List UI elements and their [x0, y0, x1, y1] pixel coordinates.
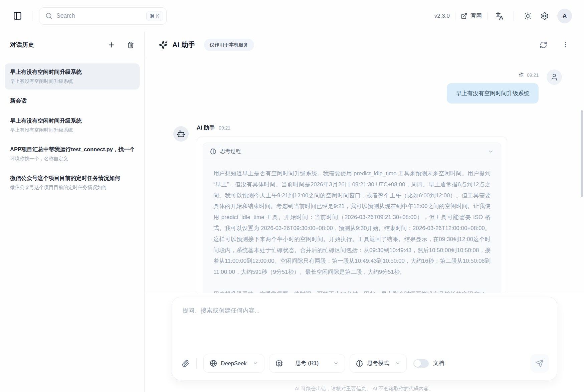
model-select[interactable]: DeepSeek — [203, 354, 264, 373]
chat-title: AI 助手 — [172, 40, 195, 49]
composer-toolbar: DeepSeek 思考 (R1) — [172, 354, 557, 380]
cpu-icon — [275, 360, 283, 367]
topbar-separator — [514, 11, 514, 21]
chat-messages[interactable]: 你 09:21 早上有没有空闲时间升级系统 — [145, 58, 584, 293]
thinking-panel-header[interactable]: 思考过程 — [203, 143, 501, 160]
chevron-down-icon — [253, 361, 258, 366]
conversation-title: 微信公众号这个项目目前的定时任务情况如何 — [10, 175, 134, 182]
conversation-item[interactable]: 新会话 — [5, 92, 140, 110]
theme-button[interactable] — [521, 9, 535, 23]
command-icon — [150, 14, 155, 18]
sidebar: 对话历史 早上有没有空闲时间升级系统 — [0, 32, 145, 392]
new-chat-button[interactable] — [108, 41, 115, 49]
delete-history-button[interactable] — [127, 41, 134, 48]
globe-icon — [210, 360, 217, 367]
composer-card: DeepSeek 思考 (R1) — [172, 297, 557, 380]
translate-icon — [496, 12, 504, 20]
conversation-subtitle: 微信公众号这个项目目前的定时任务情况如何 — [10, 184, 134, 191]
conversation-title: 新会话 — [10, 97, 134, 105]
chevron-down-icon — [488, 149, 494, 155]
scrollbar[interactable] — [581, 110, 583, 197]
ai-disclaimer: AI 可能会出错，请核对重要信息。 AI 不会读取你的代码内容。 — [145, 386, 584, 392]
main-panel: AI 助手 仅作用于本机服务 — [145, 32, 584, 392]
user-message-avatar — [547, 69, 562, 85]
sidebar-actions — [108, 41, 134, 49]
user-message-bubble: 早上有没有空闲时间升级系统 — [447, 83, 539, 104]
send-button[interactable] — [530, 354, 549, 373]
conversation-subtitle: 早上有没有空闲时间升级系统 — [10, 78, 134, 84]
topbar-separator — [487, 12, 488, 20]
model-select-value: DeepSeek — [221, 360, 247, 367]
attach-button[interactable] — [182, 360, 190, 367]
kebab-menu-icon — [562, 41, 569, 49]
topbar-right: v2.3.0 官网 — [434, 9, 572, 23]
assistant-message-meta: AI 助手 09:21 — [197, 124, 507, 132]
local-service-badge: 仅作用于本机服务 — [204, 39, 254, 51]
search-icon — [45, 12, 52, 19]
conversation-item[interactable]: APP项目汇总中帮我运行test_connect.py，找一个 环境你挑一个，名… — [5, 141, 140, 167]
plus-icon — [108, 41, 115, 49]
chat-header: AI 助手 仅作用于本机服务 — [145, 32, 584, 58]
assistant-message-column: AI 助手 09:21 思考过程 — [197, 124, 507, 293]
message-time: 09:21 — [527, 72, 539, 78]
toolbar-divider — [196, 358, 197, 368]
robot-icon — [177, 130, 185, 138]
topbar-separator — [455, 12, 455, 20]
more-options-button[interactable] — [562, 41, 569, 49]
conversation-item[interactable]: 微信公众号这个项目目前的定时任务情况如何 微信公众号这个项目目前的定时任务情况如… — [5, 170, 140, 196]
refresh-icon — [540, 41, 547, 49]
brain-icon — [356, 360, 363, 367]
doc-toggle-label: 文档 — [433, 360, 444, 367]
refresh-button[interactable] — [540, 41, 547, 49]
thinking-panel: 思考过程 用户想知道早上是否有空闲时间升级系统。我需要使用 predict_id… — [203, 143, 501, 293]
brain-icon — [210, 148, 216, 155]
conversation-subtitle: 环境你挑一个，名称自定义 — [10, 156, 134, 162]
assistant-message-row: AI 助手 09:21 思考过程 — [173, 124, 562, 293]
person-icon — [550, 73, 558, 81]
sidebar-toggle-button[interactable] — [9, 8, 25, 24]
composer-region: DeepSeek 思考 (R1) — [145, 293, 584, 392]
chat-title-group: AI 助手 仅作用于本机服务 — [159, 39, 254, 51]
search-placeholder: Search — [56, 12, 146, 19]
content: 对话历史 早上有没有空闲时间升级系统 — [0, 32, 584, 392]
thinking-mode-select[interactable]: 思考模式 — [350, 354, 407, 373]
settings-button[interactable] — [538, 9, 551, 23]
assistant-message-card: 思考过程 用户想知道早上是否有空闲时间升级系统。我需要使用 predict_id… — [197, 137, 507, 293]
gear-icon — [541, 12, 549, 20]
send-icon — [535, 359, 544, 368]
user-avatar[interactable]: A — [557, 9, 572, 23]
toggle-knob — [414, 360, 421, 367]
official-site-link[interactable]: 官网 — [461, 12, 482, 20]
version-label: v2.3.0 — [434, 13, 450, 19]
thinking-paragraph: 用户想知道早上是否有空闲时间升级系统。我需要使用 predict_idle_ti… — [213, 168, 491, 278]
chevron-down-icon — [395, 361, 400, 366]
user-message-column: 你 09:21 早上有没有空闲时间升级系统 — [447, 69, 539, 104]
search-shortcut-badge: K — [146, 11, 163, 21]
thinking-paragraph: 用户想升级系统，这通常需要一些时间，可能不止10分钟。因此，早上剩余时间可能没有… — [213, 289, 491, 293]
message-time: 09:21 — [219, 125, 230, 131]
message-input[interactable] — [183, 307, 546, 314]
doc-toggle[interactable] — [413, 359, 429, 368]
external-link-icon — [461, 13, 467, 19]
user-message-meta: 你 09:21 — [519, 72, 539, 78]
assistant-name: AI 助手 — [197, 124, 215, 132]
topbar-divider — [32, 11, 32, 21]
thinking-content: 用户想知道早上是否有空闲时间升级系统。我需要使用 predict_idle_ti… — [203, 160, 501, 293]
composer-input-area — [172, 297, 557, 354]
language-button[interactable] — [493, 9, 506, 23]
doc-toggle-group: 文档 — [413, 359, 444, 368]
conversation-subtitle: 早上有没有空闲时间升级系统 — [10, 127, 134, 133]
sidebar-title: 对话历史 — [10, 41, 34, 49]
mode-select[interactable]: 思考 (R1) — [269, 354, 345, 373]
app-window: Search K v2.3.0 官网 — [0, 0, 584, 392]
chevron-down-icon — [333, 361, 339, 366]
search-input[interactable]: Search K — [39, 7, 167, 25]
user-message-row: 你 09:21 早上有没有空闲时间升级系统 — [173, 69, 562, 104]
sun-icon — [524, 12, 532, 20]
sparkles-icon — [159, 40, 168, 49]
shortcut-key: K — [156, 13, 159, 19]
conversation-item[interactable]: 早上有没有空闲时间升级系统 早上有没有空闲时间升级系统 — [5, 112, 140, 138]
assistant-avatar — [173, 126, 189, 142]
conversation-item[interactable]: 早上有没有空闲时间升级系统 早上有没有空闲时间升级系统 — [5, 63, 140, 89]
thinking-mode-value: 思考模式 — [367, 360, 389, 367]
